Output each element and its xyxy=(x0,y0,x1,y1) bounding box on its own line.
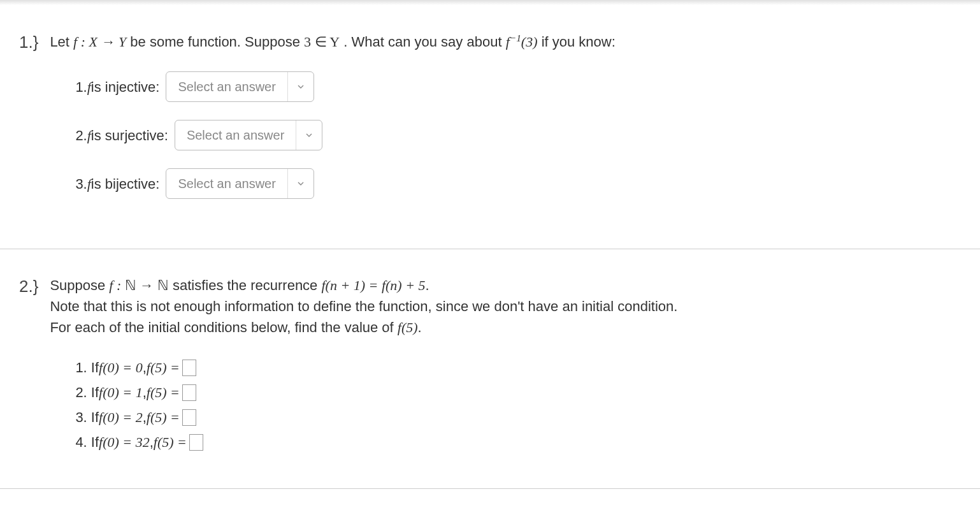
q2-N2: ℕ xyxy=(157,277,169,293)
q2p2-input[interactable] xyxy=(182,384,196,401)
q1p1-select[interactable]: Select an answer xyxy=(166,71,313,102)
select-placeholder: Select an answer xyxy=(175,120,296,150)
q2-dot: . xyxy=(418,319,422,335)
q2p3-input[interactable] xyxy=(182,409,196,426)
q2-text: satisfies the recurrence xyxy=(173,277,322,293)
question-2-number: 2.} xyxy=(19,275,38,298)
question-2-body: Suppose f : ℕ → ℕ satisfies the recurren… xyxy=(50,275,961,456)
q2-arrow: → xyxy=(136,277,157,293)
q2p3-ask: f(5) = xyxy=(147,407,180,428)
question-2-subparts: 1. If f(0) = 0 , f(5) = 2. If f(0) = 1 ,… xyxy=(50,357,961,453)
q2p2-cond: f(0) = 1 xyxy=(99,382,143,403)
q2-line1: Suppose f : ℕ → ℕ satisfies the recurren… xyxy=(50,275,961,296)
q2p3-cond: f(0) = 2 xyxy=(99,407,143,428)
q2p4-cond: f(0) = 32 xyxy=(99,432,150,453)
q2p1-cond: f(0) = 0 xyxy=(99,357,143,378)
q2p1-ask: f(5) = xyxy=(147,357,180,378)
q2-N1: ℕ xyxy=(125,277,136,293)
question-1-body: Let f : X → Y be some function. Suppose … xyxy=(50,31,961,217)
q2-part-2: 2. If f(0) = 1 , f(5) = xyxy=(75,382,961,403)
q2p1-num: 1. If xyxy=(75,357,99,378)
q2-part-4: 4. If f(0) = 32 , f(5) = xyxy=(75,432,961,453)
q1-part-3: 3. f is bijective: Select an answer xyxy=(75,168,961,199)
chevron-down-icon xyxy=(288,178,313,189)
q1-math-fXY: f : X → Y xyxy=(73,34,126,50)
chevron-down-icon xyxy=(296,130,322,140)
q2-recurrence: f(n + 1) = f(n) + 5 xyxy=(321,277,425,293)
q1-math-finv: f−1(3) xyxy=(506,34,538,50)
question-2-prompt: Suppose f : ℕ → ℕ satisfies the recurren… xyxy=(50,275,961,338)
question-2: 2.} Suppose f : ℕ → ℕ satisfies the recu… xyxy=(0,249,980,489)
q2-dot: . xyxy=(426,277,429,293)
q1-text: be some function. Suppose xyxy=(130,34,304,50)
q2p4-input[interactable] xyxy=(189,434,203,451)
q2p4-ask: f(5) = xyxy=(154,432,187,453)
q2-text: For each of the initial conditions below… xyxy=(50,319,397,335)
q1p3-select[interactable]: Select an answer xyxy=(166,168,313,199)
q2-f5: f(5) xyxy=(398,319,418,335)
question-1: 1.} Let f : X → Y be some function. Supp… xyxy=(0,5,980,249)
q1p3-text: is bijective: xyxy=(91,173,160,194)
question-1-subparts: 1. f is injective: Select an answer 2. f… xyxy=(50,71,961,199)
q1p1-num: 1. xyxy=(75,76,87,98)
q1p1-text: is injective: xyxy=(91,76,160,98)
q1-text: Let xyxy=(50,34,73,50)
q1-part-1: 1. f is injective: Select an answer xyxy=(75,71,961,102)
q2p3-num: 3. If xyxy=(75,407,99,428)
q2p4-num: 4. If xyxy=(75,432,99,453)
select-placeholder: Select an answer xyxy=(166,72,287,101)
top-shadow xyxy=(0,0,980,5)
q2p2-num: 2. If xyxy=(75,382,99,403)
question-1-prompt: Let f : X → Y be some function. Suppose … xyxy=(50,31,961,52)
q2p1-input[interactable] xyxy=(182,360,196,376)
q1p3-num: 3. xyxy=(75,173,87,194)
q2-part-1: 1. If f(0) = 0 , f(5) = xyxy=(75,357,961,378)
q1p2-text: is surjective: xyxy=(91,125,168,146)
q1p2-num: 2. xyxy=(75,125,87,146)
q2-line2: Note that this is not enough information… xyxy=(50,296,961,317)
q1-math-3inY: 3 ∈ Y xyxy=(304,34,340,50)
question-1-number: 1.} xyxy=(19,31,38,54)
q1-arg: (3) xyxy=(521,34,538,50)
q2-f: f : xyxy=(109,277,124,293)
select-placeholder: Select an answer xyxy=(166,169,287,198)
q2-line3: For each of the initial conditions below… xyxy=(50,317,961,338)
q1-text: . What can you say about xyxy=(343,34,505,50)
q1-sup: −1 xyxy=(510,33,521,43)
chevron-down-icon xyxy=(288,82,313,92)
q2-part-3: 3. If f(0) = 2 , f(5) = xyxy=(75,407,961,428)
q1p2-select[interactable]: Select an answer xyxy=(175,120,322,150)
q2-text: Suppose xyxy=(50,277,109,293)
q1-part-2: 2. f is surjective: Select an answer xyxy=(75,120,961,150)
q2p2-ask: f(5) = xyxy=(147,382,180,403)
q1-text: if you know: xyxy=(542,34,616,50)
